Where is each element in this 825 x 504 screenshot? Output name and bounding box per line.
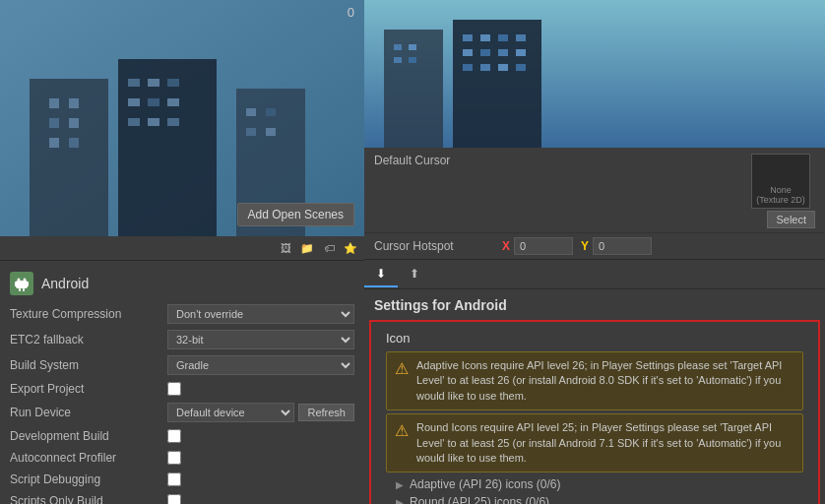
script-debugging-label: Script Debugging [10,472,167,486]
cursor-panel: Default Cursor None (Texture 2D) Select … [364,148,825,260]
svg-rect-4 [49,118,59,128]
hotspot-coords: X Y [502,237,815,255]
android-header: Android [0,266,364,301]
scripts-only-build-checkbox[interactable] [167,494,181,504]
scripts-only-build-label: Scripts Only Build [10,494,167,504]
default-cursor-texture[interactable]: None (Texture 2D) [751,154,810,209]
build-system-control: Gradle [167,355,354,375]
etc2-fallback-label: ETC2 fallback [10,333,167,346]
tab-build[interactable]: ⬇ [364,262,398,287]
x-coord-group: X [502,237,573,255]
tag-icon[interactable]: 🏷 [320,239,338,257]
x-value-input[interactable] [514,237,573,255]
svg-rect-22 [266,128,276,136]
folder-icon[interactable]: 📁 [298,239,316,257]
run-device-label: Run Device [10,406,167,419]
build-system-select[interactable]: Gradle [167,355,354,375]
texture-compression-label: Texture Compression [10,307,167,321]
svg-rect-42 [480,49,490,56]
svg-rect-45 [463,64,473,71]
export-project-control [167,382,354,396]
android-settings-section: Android Texture Compression Don't overri… [0,261,364,504]
star-icon[interactable]: ⭐ [342,239,359,257]
scripts-only-build-row: Scripts Only Build [0,490,364,504]
autoconnect-profiler-label: Autoconnect Profiler [10,451,167,465]
texture-compression-control: Don't override [167,304,354,324]
autoconnect-profiler-control [167,451,354,465]
development-build-label: Development Build [10,429,167,443]
svg-rect-33 [409,44,416,50]
x-label: X [502,239,510,253]
warning-text-1: Adaptive Icons require API level 26; in … [416,358,794,404]
image-icon[interactable]: 🖼 [277,239,294,257]
y-label: Y [581,239,589,253]
round-icons-label: Round (API 25) icons (0/6) [410,495,549,504]
texture-compression-select[interactable]: Don't override [167,304,354,324]
svg-rect-21 [246,128,256,136]
svg-rect-25 [16,281,28,288]
export-project-row: Export Project [0,378,364,400]
svg-rect-34 [394,57,402,63]
adaptive-icons-row[interactable]: ▶ Adaptive (API 26) icons (0/6) [376,475,813,493]
default-cursor-control: None (Texture 2D) Select [502,154,815,228]
svg-rect-35 [409,57,416,63]
svg-rect-5 [69,118,79,128]
default-cursor-select-button[interactable]: Select [767,211,815,228]
svg-rect-12 [128,98,140,106]
run-device-select[interactable]: Default device [167,403,294,422]
svg-rect-13 [148,98,159,106]
right-preview [364,0,825,148]
default-cursor-label: Default Cursor [374,154,502,167]
build-system-label: Build System [10,358,167,372]
y-value-input[interactable] [593,237,652,255]
refresh-button[interactable]: Refresh [298,404,354,421]
svg-rect-32 [394,44,402,50]
svg-rect-17 [167,118,179,126]
adaptive-icons-label: Adaptive (API 26) icons (0/6) [410,477,560,491]
cursor-hotspot-row: Cursor Hotspot X Y [364,233,825,259]
svg-rect-48 [516,64,526,71]
svg-rect-3 [69,98,79,108]
icon-section-box: Icon ⚠ Adaptive Icons require API level … [369,320,820,504]
svg-rect-39 [498,34,508,41]
script-debugging-checkbox[interactable] [167,472,181,486]
svg-rect-15 [128,118,140,126]
development-build-checkbox[interactable] [167,429,181,443]
settings-android-title: Settings for Android [364,289,825,318]
export-project-checkbox[interactable] [167,382,181,396]
right-panel: Default Cursor None (Texture 2D) Select … [364,0,825,504]
scene-counter: 0 [348,5,354,20]
svg-rect-46 [480,64,490,71]
tabs-area: ⬇ ⬆ [364,260,825,289]
cursor-hotspot-label: Cursor Hotspot [374,239,502,253]
svg-rect-19 [246,108,256,116]
svg-rect-11 [167,79,179,87]
add-open-scenes-area: Add Open Scenes [237,203,354,226]
svg-rect-9 [128,79,140,87]
svg-rect-47 [498,64,508,71]
warning-box-2: ⚠ Round Icons require API level 25; in P… [386,413,803,472]
tab-player-settings[interactable]: ⬆ [398,262,431,287]
round-chevron: ▶ [396,497,404,504]
add-open-scenes-button[interactable]: Add Open Scenes [237,203,354,226]
icon-section-label: Icon [376,327,813,348]
adaptive-chevron: ▶ [396,479,404,490]
round-icons-row[interactable]: ▶ Round (API 25) icons (0/6) [376,493,813,504]
svg-rect-16 [148,118,159,126]
android-platform-title: Android [41,276,89,291]
run-device-row: Run Device Default device Refresh [0,400,364,425]
etc2-fallback-control: 32-bit [167,330,354,349]
etc2-fallback-select[interactable]: 32-bit [167,330,354,349]
scene-preview: 0 Add Open Scenes [0,0,364,236]
svg-rect-27 [27,282,29,286]
svg-rect-29 [23,288,25,291]
script-debugging-row: Script Debugging [0,469,364,490]
autoconnect-profiler-checkbox[interactable] [167,451,181,465]
svg-rect-2 [49,98,59,108]
warning-box-1: ⚠ Adaptive Icons require API level 26; i… [386,351,803,410]
right-preview-bg [364,0,825,148]
default-cursor-none-label: None [770,185,792,195]
settings-android-panel: Settings for Android Icon ⚠ Adaptive Ico… [364,289,825,504]
svg-rect-44 [516,49,526,56]
svg-rect-20 [266,108,276,116]
